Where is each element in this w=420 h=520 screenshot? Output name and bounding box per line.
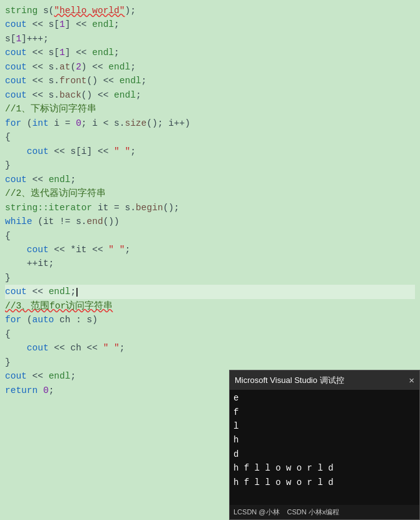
- debug-close-button[interactable]: ×: [409, 373, 414, 387]
- code-line-l7: cout << s.back() << endl;: [5, 88, 415, 102]
- watermark-2: CSDN 小林x编程: [287, 507, 340, 517]
- debug-content: eflhdh f l l o w o r l dh f l l o w o r …: [230, 390, 419, 505]
- code-line-l18: cout << *it << " ";: [5, 243, 415, 257]
- code-lines: string s("hello world");cout << s[1] << …: [5, 4, 415, 397]
- code-editor: string s("hello world");cout << s[1] << …: [0, 0, 420, 520]
- watermark-1: LCSDN @小林: [233, 507, 280, 517]
- code-line-l15: string::iterator it = s.begin();: [5, 201, 415, 215]
- code-line-l24: {: [5, 327, 415, 341]
- debug-bottom-bar: LCSDN @小林 CSDN 小林x编程: [230, 505, 419, 519]
- code-line-l22: //3、范围for访问字符串: [5, 299, 415, 313]
- code-line-l25: cout << ch << " ";: [5, 341, 415, 355]
- code-line-l5: cout << s.at(2) << endl;: [5, 60, 415, 74]
- code-line-l16: while (it != s.end()): [5, 215, 415, 228]
- code-line-l11: cout << s[i] << " ";: [5, 145, 415, 158]
- code-line-l13: cout << endl;: [5, 173, 415, 186]
- debug-window: Microsoft Visual Studio 调试控 × eflhdh f l…: [229, 370, 420, 520]
- code-line-l12: }: [5, 158, 415, 172]
- debug-output-line: l: [233, 419, 416, 433]
- debug-output-line: h: [233, 433, 416, 447]
- code-line-l20: }: [5, 271, 415, 285]
- debug-titlebar: Microsoft Visual Studio 调试控 ×: [230, 370, 419, 390]
- code-line-l3: s[1]+++;: [5, 32, 415, 46]
- debug-output-line: d: [233, 447, 416, 461]
- debug-output: eflhdh f l l o w o r l dh f l l o w o r …: [233, 391, 416, 489]
- code-line-l26: }: [5, 355, 415, 369]
- code-line-l21: cout << endl;: [5, 285, 415, 298]
- debug-output-line: h f l l o w o r l d: [233, 461, 416, 475]
- debug-output-line: h f l l o w o r l d: [233, 476, 416, 489]
- code-line-l1: string s("hello world");: [5, 4, 415, 18]
- code-line-l2: cout << s[1] << endl;: [5, 18, 415, 31]
- code-line-l9: for (int i = 0; i < s.size(); i++): [5, 116, 415, 130]
- code-line-l8: //1、下标访问字符串: [5, 102, 415, 116]
- code-line-l6: cout << s.front() << endl;: [5, 74, 415, 88]
- code-line-l17: {: [5, 229, 415, 243]
- debug-title: Microsoft Visual Studio 调试控: [235, 374, 344, 387]
- code-line-l14: //2、迭代器访问字符串: [5, 186, 415, 200]
- code-line-l19: ++it;: [5, 257, 415, 270]
- code-line-l4: cout << s[1] << endl;: [5, 46, 415, 59]
- code-line-l23: for (auto ch : s): [5, 313, 415, 327]
- debug-output-line: e: [233, 391, 416, 405]
- debug-output-line: f: [233, 405, 416, 419]
- code-line-l10: {: [5, 130, 415, 144]
